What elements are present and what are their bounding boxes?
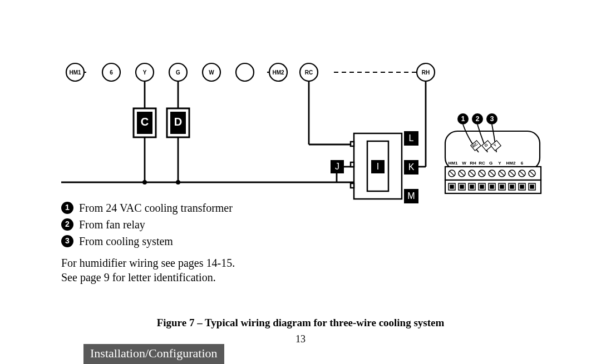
legend-num-1: 1 (61, 202, 73, 214)
strip-rc: RC (479, 161, 485, 166)
strip-rh: RH (470, 161, 476, 166)
legend-num-2: 2 (61, 218, 73, 231)
box-j: J (335, 162, 339, 171)
notes: For humidifier wiring see pages 14-15. S… (61, 256, 235, 285)
terminal-hm2: HM2 (272, 69, 284, 76)
svg-point-30 (176, 180, 180, 185)
section-tab: Installation/Configuration (83, 344, 224, 364)
terminal-g: G (176, 69, 180, 76)
box-c: C (141, 116, 149, 128)
svg-rect-73 (450, 185, 454, 188)
svg-rect-39 (351, 183, 354, 188)
svg-rect-79 (480, 185, 484, 188)
svg-rect-77 (470, 185, 474, 188)
legend-item-1: 1 From 24 VAC cooling transformer (61, 200, 233, 216)
figure-caption: Figure 7 – Typical wiring diagram for th… (0, 317, 601, 329)
svg-rect-89 (530, 185, 534, 188)
box-i: I (377, 162, 379, 171)
terminal-w: W (209, 69, 214, 76)
terminal-strip: 1 2 3 RC G Y HM1 W RH RC G (445, 113, 541, 193)
terminal-y: Y (143, 69, 147, 76)
svg-rect-37 (351, 142, 354, 146)
legend-text-2: From fan relay (79, 217, 145, 232)
terminal-hm1: HM1 (69, 69, 81, 76)
box-m: M (407, 191, 415, 201)
page: HM1 6 Y G W HM2 RC RH C (0, 0, 601, 364)
box-k: K (408, 162, 415, 172)
svg-rect-87 (520, 185, 524, 188)
strip-g: G (489, 161, 492, 166)
box-l: L (409, 133, 414, 143)
page-number: 13 (0, 333, 601, 345)
strip-w: W (462, 161, 466, 166)
svg-point-29 (142, 180, 147, 185)
legend: 1 From 24 VAC cooling transformer 2 From… (61, 200, 233, 250)
svg-rect-75 (460, 185, 464, 188)
callout-3: 3 (490, 115, 494, 123)
legend-text-1: From 24 VAC cooling transformer (79, 200, 233, 216)
legend-item-3: 3 From cooling system (61, 233, 233, 249)
svg-rect-38 (351, 162, 354, 167)
note-line-1: For humidifier wiring see pages 14-15. (61, 256, 235, 270)
callout-1: 1 (461, 115, 465, 123)
strip-y: Y (498, 161, 501, 166)
terminal-rh: RH (422, 69, 430, 76)
legend-num-3: 3 (61, 235, 73, 247)
svg-rect-83 (500, 185, 504, 188)
strip-hm1: HM1 (449, 161, 458, 166)
callout-2: 2 (476, 115, 480, 123)
legend-text-3: From cooling system (79, 233, 173, 249)
note-line-2: See page 9 for letter identification. (61, 270, 235, 285)
box-d: D (174, 116, 182, 128)
terminal-rc: RC (305, 69, 313, 76)
strip-6: 6 (521, 161, 524, 166)
terminal-6: 6 (110, 69, 113, 76)
svg-point-14 (236, 63, 254, 81)
legend-item-2: 2 From fan relay (61, 217, 233, 232)
strip-hm2: HM2 (506, 161, 516, 166)
svg-rect-81 (490, 185, 494, 188)
wiring-diagram: HM1 6 Y G W HM2 RC RH C (0, 0, 601, 364)
svg-rect-85 (510, 185, 514, 188)
